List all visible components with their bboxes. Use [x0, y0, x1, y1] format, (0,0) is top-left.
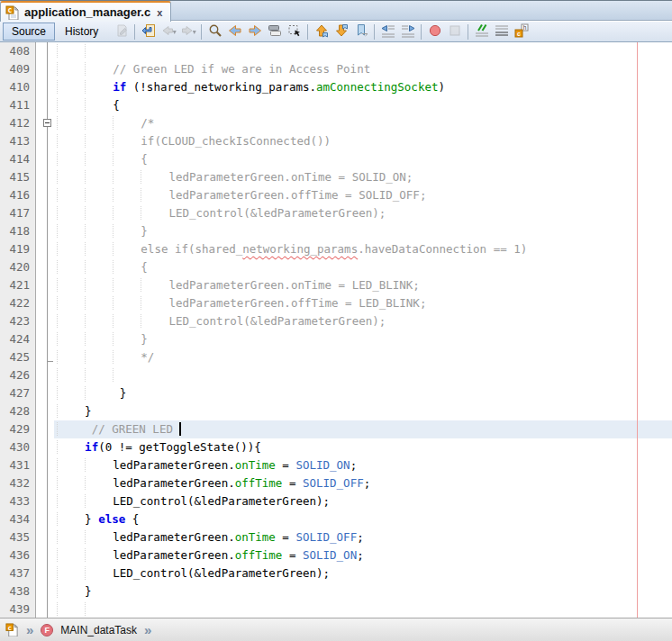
code-area[interactable]: // Green LED if we are in Access Point i…	[54, 42, 672, 618]
code-token: SOLID_OFF	[303, 476, 364, 490]
code-token: offTime	[235, 548, 283, 562]
highlight-search-button[interactable]	[265, 23, 284, 41]
svg-text:h: h	[523, 23, 527, 30]
code-token: }	[141, 332, 148, 346]
code-line[interactable]: ledParameterGreen.onTime = LED_BLINK;	[54, 276, 672, 294]
code-token: }	[120, 386, 127, 400]
code-line[interactable]: }	[54, 384, 672, 402]
source-button[interactable]: Source	[3, 23, 55, 41]
indent-guide	[57, 368, 85, 382]
indent-guide	[113, 224, 141, 238]
code-line[interactable]: ledParameterGreen.onTime = SOLID_ON;	[54, 168, 672, 186]
indent-guide	[85, 242, 113, 256]
code-line[interactable]: ledParameterGreen.offTime = SOLID_OFF;	[54, 474, 672, 492]
find-previous-button[interactable]	[225, 23, 244, 41]
code-line[interactable]: ledParameterGreen.offTime = LED_BLINK;	[54, 294, 672, 312]
indent-guide	[57, 260, 85, 274]
toggle-bookmark-button[interactable]	[351, 23, 370, 41]
comment-button[interactable]	[472, 23, 491, 41]
code-line[interactable]: if(CLOUD_checkIsConnected())	[54, 132, 672, 150]
indent-guide	[57, 134, 85, 148]
fold-collapse-icon[interactable]	[43, 119, 51, 127]
line-number: 422	[0, 294, 35, 312]
code-line[interactable]: {	[54, 150, 672, 168]
find-next-button[interactable]	[245, 23, 264, 41]
jump-last-edit-button[interactable]	[139, 23, 158, 41]
indent-guide	[57, 458, 85, 472]
indent-guide	[113, 350, 141, 364]
code-line[interactable]: } else {	[54, 510, 672, 528]
next-bookmark-button[interactable]	[331, 23, 350, 41]
code-line[interactable]: ledParameterGreen.offTime = SOLID_ON;	[54, 546, 672, 564]
code-line[interactable]: // Green LED if we are in Access Point	[54, 60, 672, 78]
right-margin-line	[637, 42, 638, 618]
c-file-icon[interactable]: c	[5, 623, 19, 636]
code-line[interactable]: LED_control(&ledParameterGreen);	[54, 312, 672, 330]
shift-line-right-button[interactable]	[398, 23, 417, 41]
code-line[interactable]: {	[54, 96, 672, 114]
code-line[interactable]: // GREEN LED	[54, 420, 672, 438]
code-line[interactable]	[54, 600, 672, 618]
code-line[interactable]: */	[54, 348, 672, 366]
indent-guide	[85, 116, 113, 130]
breadcrumb-function[interactable]: MAIN_dataTask	[60, 624, 137, 636]
indent-guide	[85, 296, 113, 310]
code-line[interactable]: ledParameterGreen.offTime = SOLID_OFF;	[54, 186, 672, 204]
tab-application-manager[interactable]: c application_manager.c x	[0, 1, 171, 22]
fold-margin[interactable]	[37, 42, 54, 618]
find-selection-button[interactable]	[205, 23, 224, 41]
code-token: // Green LED if we are in Access Point	[113, 62, 370, 76]
indent-guide	[113, 314, 141, 328]
code-line[interactable]: }	[54, 402, 672, 420]
rectangular-selection-button[interactable]	[285, 23, 304, 41]
indent-guide	[57, 44, 85, 58]
indent-guide	[57, 224, 85, 238]
code-line[interactable]: if(0 != getToggleState()){	[54, 438, 672, 456]
code-token: ledParameterGreen.	[113, 548, 234, 562]
indent-guide	[85, 548, 113, 562]
chevron-right-icon[interactable]: »	[144, 623, 151, 636]
code-token: )	[438, 80, 445, 94]
code-line[interactable]: LED_control(&ledParameterGreen);	[54, 492, 672, 510]
code-line[interactable]	[54, 366, 672, 384]
code-line[interactable]	[54, 42, 672, 60]
indent-guide	[57, 152, 85, 166]
dropdown-arrow-icon[interactable]: ▾	[173, 28, 177, 36]
shift-line-left-button[interactable]	[378, 23, 397, 41]
code-token: else if(shared_	[141, 242, 242, 256]
code-token: =	[282, 548, 303, 562]
code-line[interactable]: LED_control(&ledParameterGreen);	[54, 204, 672, 222]
code-line[interactable]: }	[54, 582, 672, 600]
line-number: 435	[0, 528, 35, 546]
code-token: if	[85, 440, 98, 454]
history-button[interactable]: History	[56, 23, 107, 41]
code-token: ledParameterGreen.onTime = LED_BLINK;	[168, 278, 419, 292]
dropdown-arrow-icon[interactable]: ▾	[193, 28, 196, 36]
code-line[interactable]: else if(shared_networking_params.haveDat…	[54, 240, 672, 258]
indent-guide	[85, 386, 113, 400]
code-line[interactable]: ledParameterGreen.onTime = SOLID_OFF;	[54, 528, 672, 546]
chevron-right-icon[interactable]: »	[26, 623, 33, 636]
code-line[interactable]: ledParameterGreen.onTime = SOLID_ON;	[54, 456, 672, 474]
indent-guide	[57, 206, 85, 220]
previous-bookmark-button[interactable]	[312, 23, 331, 41]
code-line[interactable]: }	[54, 330, 672, 348]
code-line[interactable]: /*	[54, 114, 672, 132]
code-line[interactable]: }	[54, 222, 672, 240]
code-editor[interactable]: 4084094104114124134144154164174184194204…	[0, 42, 672, 618]
indent-guide	[141, 296, 168, 310]
tab-close-icon[interactable]: x	[155, 7, 164, 18]
line-number: 411	[0, 96, 35, 114]
record-macro-button[interactable]	[425, 23, 444, 41]
uncomment-button[interactable]	[492, 23, 511, 41]
indent-guide	[85, 566, 113, 580]
code-line[interactable]: {	[54, 258, 672, 276]
code-line[interactable]: LED_control(&ledParameterGreen);	[54, 564, 672, 582]
code-token: onTime	[235, 530, 276, 544]
indent-guide	[57, 62, 85, 76]
indent-guide	[113, 296, 141, 310]
code-line[interactable]: if (!shared_networking_params.amConnecti…	[54, 78, 672, 96]
code-token: }	[85, 512, 98, 526]
header-source-button[interactable]: hc	[512, 23, 531, 41]
line-number: 437	[0, 564, 35, 582]
